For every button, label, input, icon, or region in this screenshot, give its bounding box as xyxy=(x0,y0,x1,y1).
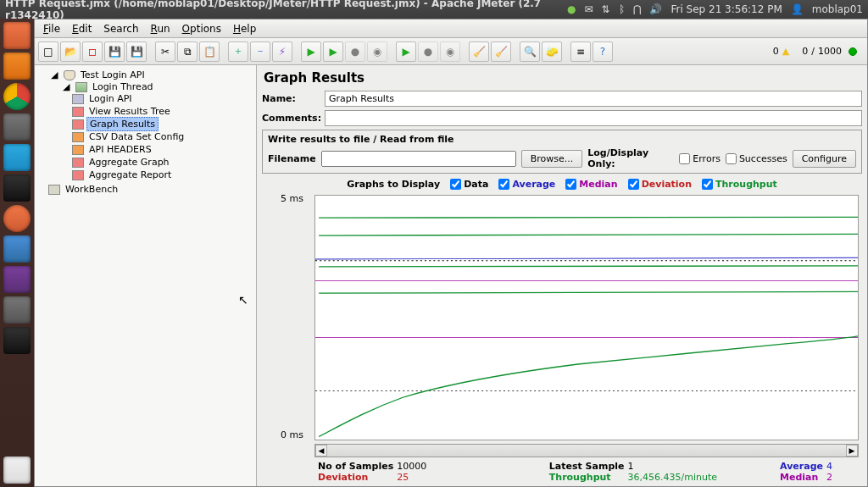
browse-button[interactable]: Browse... xyxy=(521,150,583,168)
toolbar: □ 📂 ◻ 💾 💾 ✂ ⧉ 📋 ＋ － ⚡ ▶ ▶ ● ◉ ▶ ● ◉ 🧹 🧹 xyxy=(35,38,867,65)
toolbar-collapse-icon[interactable]: － xyxy=(250,42,270,62)
cb-deviation[interactable]: Deviation xyxy=(628,179,692,190)
launcher-app-icon[interactable] xyxy=(3,266,31,293)
jmeter-window: File Edit Search Run Options Help □ 📂 ◻ … xyxy=(34,19,868,487)
menu-file[interactable]: File xyxy=(38,21,65,36)
tree-view-results-tree[interactable]: View Results Tree xyxy=(72,105,254,118)
toolbar-remote-shutdown-icon[interactable]: ◉ xyxy=(440,42,460,62)
errors-checkbox[interactable]: Errors xyxy=(679,153,721,164)
launcher-files-icon[interactable] xyxy=(3,22,31,49)
comments-input[interactable] xyxy=(325,110,862,126)
tree-csv-config[interactable]: CSV Data Set Config xyxy=(72,130,254,143)
launcher-gimp-icon[interactable] xyxy=(3,296,31,324)
chart-scrollbar[interactable]: ◀ ▶ xyxy=(314,444,859,457)
unity-launcher xyxy=(0,19,34,487)
listener-icon xyxy=(72,119,84,130)
configure-button[interactable]: Configure xyxy=(793,150,856,168)
wifi-icon[interactable]: ⋂ xyxy=(633,3,642,15)
panel-title: Graph Results xyxy=(257,65,867,89)
tree-thread-group[interactable]: ◢ Login Thread Login API View Results Tr… xyxy=(60,80,254,182)
chart-area: 5 ms 0 ms xyxy=(262,193,862,459)
graph-results-panel: Graph Results Name: Comments: Write resu… xyxy=(257,65,867,486)
menu-options[interactable]: Options xyxy=(177,21,226,36)
comments-label: Comments: xyxy=(262,113,321,124)
latest-value: 1 xyxy=(628,461,670,472)
average-value: 4 xyxy=(826,461,860,472)
toolbar-clear-all-icon[interactable]: 🧹 xyxy=(491,42,511,62)
toolbar-reset-search-icon[interactable]: 🧽 xyxy=(542,42,562,62)
launcher-writer-icon[interactable] xyxy=(3,235,31,263)
toolbar-search-icon[interactable]: 🔍 xyxy=(520,42,540,62)
toolbar-paste-icon[interactable]: 📋 xyxy=(199,42,220,62)
tree-aggregate-report[interactable]: Aggregate Report xyxy=(72,169,254,181)
log-display-label: Log/Display Only: xyxy=(587,147,674,169)
cb-data[interactable]: Data xyxy=(450,179,488,190)
launcher-settings-icon[interactable] xyxy=(3,327,31,354)
toolbar-open-icon[interactable]: 📂 xyxy=(60,42,81,62)
launcher-chrome-icon[interactable] xyxy=(3,83,31,110)
file-section-title: Write results to file / Read from file xyxy=(268,134,856,145)
launcher-ubuntu-icon[interactable] xyxy=(3,205,31,232)
launcher-terminal-icon[interactable] xyxy=(3,174,31,202)
launcher-help-icon[interactable] xyxy=(3,113,31,141)
csv-icon xyxy=(72,132,84,142)
toolbar-toggle-icon[interactable]: ⚡ xyxy=(272,42,292,62)
menu-edit[interactable]: Edit xyxy=(67,21,97,36)
toolbar-new-icon[interactable]: □ xyxy=(38,42,58,62)
launcher-firefox-icon[interactable] xyxy=(3,53,31,80)
toolbar-start-icon[interactable]: ▶ xyxy=(301,42,321,62)
toolbar-saveas-icon[interactable]: 💾 xyxy=(126,42,147,62)
mail-icon[interactable]: ✉ xyxy=(585,3,593,15)
throughput-label: Throughput xyxy=(549,472,625,483)
toolbar-remote-stop-icon[interactable]: ● xyxy=(418,42,438,62)
menu-run[interactable]: Run xyxy=(146,21,175,36)
arrows-icon[interactable]: ⇅ xyxy=(602,3,610,15)
tree-api-headers[interactable]: API HEADERS xyxy=(72,143,254,156)
clock[interactable]: Fri Sep 21 3:56:12 PM xyxy=(670,3,782,15)
toolbar-shutdown-icon[interactable]: ◉ xyxy=(367,42,387,62)
filename-input[interactable] xyxy=(321,151,516,167)
scroll-right-icon[interactable]: ▶ xyxy=(846,445,858,457)
workbench-icon xyxy=(48,185,60,195)
launcher-trash-icon[interactable] xyxy=(3,457,31,484)
listener-icon xyxy=(72,107,84,117)
toolbar-help-icon[interactable]: ? xyxy=(593,42,613,62)
test-plan-tree[interactable]: ◢ Test Login API ◢ Login Thread Login AP… xyxy=(35,65,257,486)
chart-svg xyxy=(315,196,858,440)
menu-search[interactable]: Search xyxy=(98,21,143,36)
toolbar-remote-start-icon[interactable]: ▶ xyxy=(396,42,416,62)
toolbar-copy-icon[interactable]: ⧉ xyxy=(177,42,198,62)
cb-average[interactable]: Average xyxy=(498,179,555,190)
session-user[interactable]: moblap01 xyxy=(812,3,863,15)
median-label: Median xyxy=(780,472,823,483)
launcher-skype-icon[interactable] xyxy=(3,144,31,171)
toolbar-expand-icon[interactable]: ＋ xyxy=(228,42,248,62)
toolbar-start-notimers-icon[interactable]: ▶ xyxy=(323,42,343,62)
scroll-left-icon[interactable]: ◀ xyxy=(315,445,327,457)
tree-workbench[interactable]: WorkBench xyxy=(48,183,254,196)
tree-graph-results[interactable]: Graph Results xyxy=(72,118,254,130)
user-icon: 👤 xyxy=(791,3,804,15)
cb-median[interactable]: Median xyxy=(565,179,617,190)
toolbar-close-icon[interactable]: ◻ xyxy=(82,42,103,62)
toolbar-cut-icon[interactable]: ✂ xyxy=(155,42,175,62)
chart-canvas xyxy=(314,195,859,440)
tree-login-api[interactable]: Login API xyxy=(72,92,254,105)
error-icon xyxy=(849,47,857,56)
no-samples-value: 10000 xyxy=(397,461,439,472)
y-tick-bottom: 0 ms xyxy=(281,429,303,440)
cb-throughput[interactable]: Throughput xyxy=(702,179,777,190)
bluetooth-icon[interactable]: ᛒ xyxy=(619,3,625,15)
menu-help[interactable]: Help xyxy=(228,21,261,36)
name-input[interactable] xyxy=(325,91,862,107)
toolbar-function-icon[interactable]: ≡ xyxy=(570,42,591,62)
volume-icon[interactable]: 🔊 xyxy=(649,3,662,15)
tree-test-plan[interactable]: ◢ Test Login API ◢ Login Thread Login AP… xyxy=(48,69,254,183)
thread-icon xyxy=(75,82,87,92)
toolbar-clear-icon[interactable]: 🧹 xyxy=(469,42,489,62)
deviation-label: Deviation xyxy=(318,472,393,483)
tree-aggregate-graph[interactable]: Aggregate Graph xyxy=(72,156,254,169)
successes-checkbox[interactable]: Successes xyxy=(726,153,787,164)
toolbar-stop-icon[interactable]: ● xyxy=(345,42,365,62)
toolbar-save-icon[interactable]: 💾 xyxy=(104,42,125,62)
